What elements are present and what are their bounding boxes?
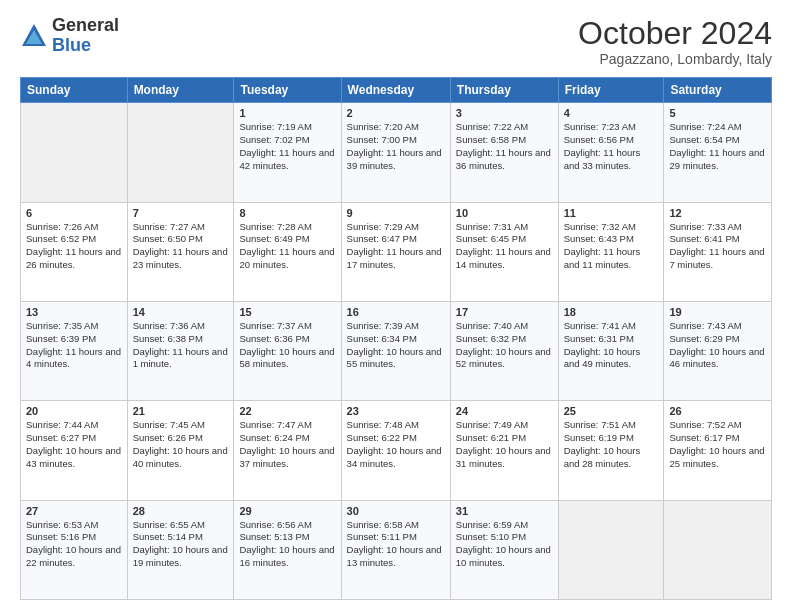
table-row: 29Sunrise: 6:56 AMSunset: 5:13 PMDayligh…: [234, 500, 341, 599]
cell-content: Sunrise: 7:47 AMSunset: 6:24 PMDaylight:…: [239, 419, 335, 470]
cell-content: Sunrise: 7:36 AMSunset: 6:38 PMDaylight:…: [133, 320, 229, 371]
cell-content: Sunrise: 7:26 AMSunset: 6:52 PMDaylight:…: [26, 221, 122, 272]
calendar-week-3: 13Sunrise: 7:35 AMSunset: 6:39 PMDayligh…: [21, 301, 772, 400]
title-block: October 2024 Pagazzano, Lombardy, Italy: [578, 16, 772, 67]
day-number: 17: [456, 306, 553, 318]
col-monday: Monday: [127, 78, 234, 103]
day-number: 1: [239, 107, 335, 119]
day-number: 23: [347, 405, 445, 417]
cell-content: Sunrise: 6:59 AMSunset: 5:10 PMDaylight:…: [456, 519, 553, 570]
col-thursday: Thursday: [450, 78, 558, 103]
day-number: 7: [133, 207, 229, 219]
table-row: 2Sunrise: 7:20 AMSunset: 7:00 PMDaylight…: [341, 103, 450, 202]
day-number: 21: [133, 405, 229, 417]
day-number: 22: [239, 405, 335, 417]
day-number: 20: [26, 405, 122, 417]
day-number: 11: [564, 207, 659, 219]
table-row: [664, 500, 772, 599]
cell-content: Sunrise: 6:55 AMSunset: 5:14 PMDaylight:…: [133, 519, 229, 570]
cell-content: Sunrise: 7:40 AMSunset: 6:32 PMDaylight:…: [456, 320, 553, 371]
table-row: 7Sunrise: 7:27 AMSunset: 6:50 PMDaylight…: [127, 202, 234, 301]
calendar-week-2: 6Sunrise: 7:26 AMSunset: 6:52 PMDaylight…: [21, 202, 772, 301]
table-row: 14Sunrise: 7:36 AMSunset: 6:38 PMDayligh…: [127, 301, 234, 400]
calendar-week-4: 20Sunrise: 7:44 AMSunset: 6:27 PMDayligh…: [21, 401, 772, 500]
day-number: 9: [347, 207, 445, 219]
table-row: 22Sunrise: 7:47 AMSunset: 6:24 PMDayligh…: [234, 401, 341, 500]
table-row: 5Sunrise: 7:24 AMSunset: 6:54 PMDaylight…: [664, 103, 772, 202]
table-row: 9Sunrise: 7:29 AMSunset: 6:47 PMDaylight…: [341, 202, 450, 301]
table-row: 15Sunrise: 7:37 AMSunset: 6:36 PMDayligh…: [234, 301, 341, 400]
cell-content: Sunrise: 7:44 AMSunset: 6:27 PMDaylight:…: [26, 419, 122, 470]
table-row: 30Sunrise: 6:58 AMSunset: 5:11 PMDayligh…: [341, 500, 450, 599]
day-number: 14: [133, 306, 229, 318]
cell-content: Sunrise: 7:24 AMSunset: 6:54 PMDaylight:…: [669, 121, 766, 172]
cell-content: Sunrise: 7:48 AMSunset: 6:22 PMDaylight:…: [347, 419, 445, 470]
cell-content: Sunrise: 7:43 AMSunset: 6:29 PMDaylight:…: [669, 320, 766, 371]
day-number: 16: [347, 306, 445, 318]
calendar-table: Sunday Monday Tuesday Wednesday Thursday…: [20, 77, 772, 600]
day-number: 15: [239, 306, 335, 318]
cell-content: Sunrise: 7:28 AMSunset: 6:49 PMDaylight:…: [239, 221, 335, 272]
cell-content: Sunrise: 7:27 AMSunset: 6:50 PMDaylight:…: [133, 221, 229, 272]
table-row: 11Sunrise: 7:32 AMSunset: 6:43 PMDayligh…: [558, 202, 664, 301]
table-row: 26Sunrise: 7:52 AMSunset: 6:17 PMDayligh…: [664, 401, 772, 500]
cell-content: Sunrise: 7:35 AMSunset: 6:39 PMDaylight:…: [26, 320, 122, 371]
col-saturday: Saturday: [664, 78, 772, 103]
table-row: 21Sunrise: 7:45 AMSunset: 6:26 PMDayligh…: [127, 401, 234, 500]
table-row: [558, 500, 664, 599]
day-number: 25: [564, 405, 659, 417]
cell-content: Sunrise: 7:23 AMSunset: 6:56 PMDaylight:…: [564, 121, 659, 172]
cell-content: Sunrise: 7:22 AMSunset: 6:58 PMDaylight:…: [456, 121, 553, 172]
page: General Blue October 2024 Pagazzano, Lom…: [0, 0, 792, 612]
calendar-header-row: Sunday Monday Tuesday Wednesday Thursday…: [21, 78, 772, 103]
day-number: 29: [239, 505, 335, 517]
table-row: 13Sunrise: 7:35 AMSunset: 6:39 PMDayligh…: [21, 301, 128, 400]
table-row: 31Sunrise: 6:59 AMSunset: 5:10 PMDayligh…: [450, 500, 558, 599]
table-row: 6Sunrise: 7:26 AMSunset: 6:52 PMDaylight…: [21, 202, 128, 301]
day-number: 31: [456, 505, 553, 517]
table-row: 20Sunrise: 7:44 AMSunset: 6:27 PMDayligh…: [21, 401, 128, 500]
table-row: 1Sunrise: 7:19 AMSunset: 7:02 PMDaylight…: [234, 103, 341, 202]
header: General Blue October 2024 Pagazzano, Lom…: [20, 16, 772, 67]
logo: General Blue: [20, 16, 119, 56]
table-row: 28Sunrise: 6:55 AMSunset: 5:14 PMDayligh…: [127, 500, 234, 599]
col-friday: Friday: [558, 78, 664, 103]
day-number: 12: [669, 207, 766, 219]
calendar-week-1: 1Sunrise: 7:19 AMSunset: 7:02 PMDaylight…: [21, 103, 772, 202]
day-number: 4: [564, 107, 659, 119]
col-sunday: Sunday: [21, 78, 128, 103]
cell-content: Sunrise: 7:49 AMSunset: 6:21 PMDaylight:…: [456, 419, 553, 470]
cell-content: Sunrise: 7:52 AMSunset: 6:17 PMDaylight:…: [669, 419, 766, 470]
table-row: 18Sunrise: 7:41 AMSunset: 6:31 PMDayligh…: [558, 301, 664, 400]
table-row: 27Sunrise: 6:53 AMSunset: 5:16 PMDayligh…: [21, 500, 128, 599]
day-number: 8: [239, 207, 335, 219]
day-number: 3: [456, 107, 553, 119]
day-number: 5: [669, 107, 766, 119]
cell-content: Sunrise: 7:33 AMSunset: 6:41 PMDaylight:…: [669, 221, 766, 272]
day-number: 10: [456, 207, 553, 219]
day-number: 24: [456, 405, 553, 417]
day-number: 28: [133, 505, 229, 517]
table-row: 8Sunrise: 7:28 AMSunset: 6:49 PMDaylight…: [234, 202, 341, 301]
cell-content: Sunrise: 6:56 AMSunset: 5:13 PMDaylight:…: [239, 519, 335, 570]
cell-content: Sunrise: 7:45 AMSunset: 6:26 PMDaylight:…: [133, 419, 229, 470]
calendar-week-5: 27Sunrise: 6:53 AMSunset: 5:16 PMDayligh…: [21, 500, 772, 599]
day-number: 2: [347, 107, 445, 119]
cell-content: Sunrise: 7:29 AMSunset: 6:47 PMDaylight:…: [347, 221, 445, 272]
cell-content: Sunrise: 7:39 AMSunset: 6:34 PMDaylight:…: [347, 320, 445, 371]
cell-content: Sunrise: 7:19 AMSunset: 7:02 PMDaylight:…: [239, 121, 335, 172]
table-row: 24Sunrise: 7:49 AMSunset: 6:21 PMDayligh…: [450, 401, 558, 500]
col-tuesday: Tuesday: [234, 78, 341, 103]
table-row: 25Sunrise: 7:51 AMSunset: 6:19 PMDayligh…: [558, 401, 664, 500]
table-row: 4Sunrise: 7:23 AMSunset: 6:56 PMDaylight…: [558, 103, 664, 202]
table-row: 3Sunrise: 7:22 AMSunset: 6:58 PMDaylight…: [450, 103, 558, 202]
cell-content: Sunrise: 6:58 AMSunset: 5:11 PMDaylight:…: [347, 519, 445, 570]
cell-content: Sunrise: 6:53 AMSunset: 5:16 PMDaylight:…: [26, 519, 122, 570]
day-number: 19: [669, 306, 766, 318]
table-row: 16Sunrise: 7:39 AMSunset: 6:34 PMDayligh…: [341, 301, 450, 400]
day-number: 6: [26, 207, 122, 219]
day-number: 27: [26, 505, 122, 517]
cell-content: Sunrise: 7:32 AMSunset: 6:43 PMDaylight:…: [564, 221, 659, 272]
table-row: 12Sunrise: 7:33 AMSunset: 6:41 PMDayligh…: [664, 202, 772, 301]
table-row: 23Sunrise: 7:48 AMSunset: 6:22 PMDayligh…: [341, 401, 450, 500]
